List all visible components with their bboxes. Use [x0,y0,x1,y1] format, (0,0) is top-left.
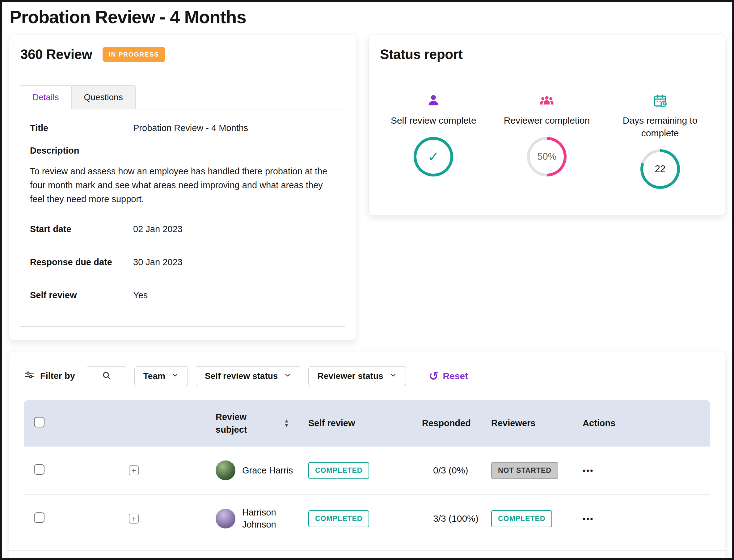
reset-label: Reset [443,371,468,381]
responded-cell: 0/3 (0%) [413,465,484,476]
row-checkbox[interactable] [34,512,45,523]
filter-by-label: Filter by [40,371,75,381]
table-row: + Harrison Johnson COMPLETED 3/3 (100%) … [24,495,710,543]
header-actions-label: Actions [577,418,710,428]
divider [9,74,356,74]
field-title-value: Probation Review - 4 Months [133,123,248,133]
review-subject-cell: Grace Harris [188,460,299,480]
review-card-title: 360 Review [20,47,92,62]
field-self-review: Self review Yes [30,290,335,300]
progress-ring-self-review: ✓ [414,137,453,176]
row-expand-cell: + [80,465,188,475]
review-card-header: 360 Review IN PROGRESS [9,35,356,74]
progress-ring-reviewer-completion: 50% [527,137,566,176]
field-self-review-value: Yes [133,290,148,300]
status-card-header: Status report [369,35,725,74]
header-review-subject-label: Review subject [216,411,267,436]
chevron-down-icon [284,371,291,381]
page-size-select[interactable]: 20 / page [648,558,710,560]
review-subject-cell: Harrison Johnson [188,507,299,531]
search-button[interactable] [87,366,126,386]
field-title-label: Title [30,123,133,133]
status-badge: COMPLETED [308,462,369,479]
header-self-review-label: Self review [299,418,413,428]
status-badge: COMPLETED [491,510,552,527]
pagination-page-1[interactable]: 1 [607,559,624,560]
status-badge: COMPLETED [308,510,369,527]
status-badge: NOT STARTED [491,462,558,479]
in-progress-badge: IN PROGRESS [103,47,165,62]
filter-by: Filter by [24,370,75,382]
expand-row-button[interactable]: + [129,465,139,475]
chevron-down-icon [389,371,397,381]
subject-name: Harrison Johnson [242,507,299,531]
filter-bar: Filter by Team Self review status Review… [24,366,710,386]
header-checkbox-cell [24,417,80,430]
search-icon [102,371,111,381]
avatar [216,460,236,480]
review-card: 360 Review IN PROGRESS Details Questions… [9,35,356,340]
field-description-value: To review and assess how an employee has… [30,164,335,206]
review-tabs: Details Questions [20,85,346,109]
progress-value: 50% [537,151,556,162]
field-start-date-label: Start date [30,224,133,234]
check-icon: ✓ [427,148,439,165]
self-review-status-filter-dropdown[interactable]: Self review status [196,366,301,386]
calendar-clock-icon [603,90,717,108]
header-reviewers-label: Reviewers [484,418,577,428]
reviewer-status-filter-dropdown[interactable]: Reviewer status [308,366,405,386]
reviewers-cell: NOT STARTED [484,462,577,479]
status-item-days-remaining: Days remaining to complete 22 [603,90,717,189]
field-start-date-value: 02 Jan 2023 [133,224,183,234]
tab-details[interactable]: Details [20,85,72,109]
review-subjects-card: Filter by Team Self review status Review… [9,351,725,560]
people-icon [490,90,604,108]
details-panel: Title Probation Review - 4 Months Descri… [20,109,346,327]
status-card-title: Status report [380,47,462,62]
page-title: Probation Review - 4 Months [2,2,732,35]
status-item-reviewer-completion: Reviewer completion 50% [490,90,604,189]
sort-icon[interactable]: ▲▼ [284,419,289,428]
reset-icon: ↺ [429,370,439,382]
table-header-row: Review subject ▲▼ Self review Responded … [24,400,710,447]
actions-cell: ••• [577,513,710,524]
self-review-cell: COMPLETED [299,510,413,527]
status-label: Reviewer completion [499,114,595,127]
field-due-date: Response due date 30 Jan 2023 [30,257,335,267]
reviewers-cell: COMPLETED [484,510,577,527]
self-review-cell: COMPLETED [299,462,413,479]
field-start-date: Start date 02 Jan 2023 [30,224,335,234]
field-self-review-label: Self review [30,290,133,300]
chevron-down-icon [172,371,179,381]
pagination-bar: ‹ 1 › 20 / page [9,550,725,560]
status-label: Self review complete [385,114,481,127]
expand-row-button[interactable]: + [129,514,139,524]
status-report-card: Status report Self review complete ✓ [368,35,725,215]
status-label: Days remaining to complete [612,114,708,139]
reset-filters-button[interactable]: ↺ Reset [427,370,470,382]
select-all-checkbox[interactable] [34,417,45,427]
progress-ring-days-remaining: 22 [640,149,680,189]
status-content: Self review complete ✓ Reviewer completi… [369,74,725,215]
team-filter-dropdown[interactable]: Team [134,366,188,386]
person-icon [377,90,490,108]
subject-name: Grace Harris [242,465,293,477]
row-actions-button[interactable]: ••• [583,514,594,524]
field-due-date-value: 30 Jan 2023 [133,257,183,267]
team-filter-label: Team [143,371,165,381]
filter-icon [24,370,35,382]
reviewer-status-filter-label: Reviewer status [317,371,383,381]
tab-questions[interactable]: Questions [72,85,136,109]
avatar [216,509,236,528]
header-responded-label: Responded [413,418,484,428]
self-review-status-filter-label: Self review status [205,371,278,381]
actions-cell: ••• [577,465,710,476]
header-review-subject: Review subject ▲▼ [188,411,299,436]
field-due-date-label: Response due date [30,257,133,267]
field-description-label: Description [30,146,335,156]
row-actions-button[interactable]: ••• [583,466,594,476]
row-checkbox[interactable] [34,464,45,475]
row-checkbox-cell [24,512,80,525]
row-expand-cell: + [80,514,188,524]
top-cards-row: 360 Review IN PROGRESS Details Questions… [2,35,732,340]
